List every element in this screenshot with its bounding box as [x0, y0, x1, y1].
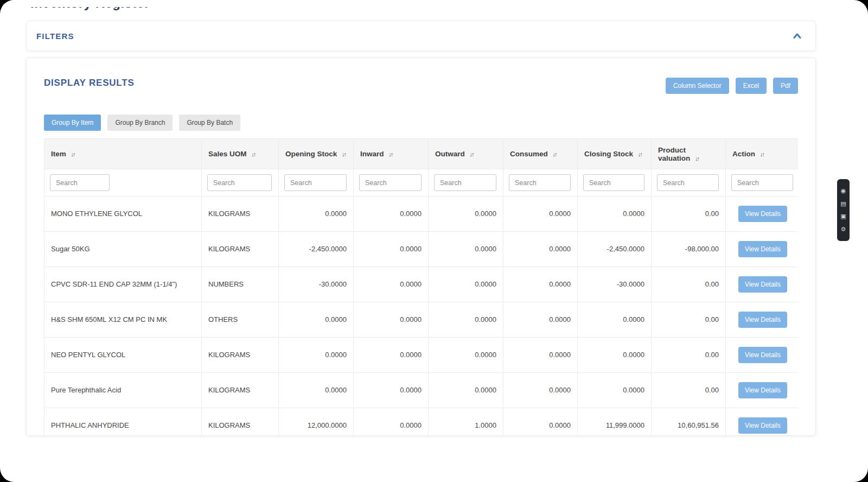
valuation-cell: 0.00	[652, 302, 726, 338]
app-window: Inventory Register FILTERS DISPLAY RESUL…	[0, 0, 868, 482]
outward-cell: 0.0000	[429, 338, 503, 373]
sort-icon[interactable]: ↓↑	[760, 151, 764, 157]
uom-cell: KILOGRAMS	[202, 338, 279, 373]
pdf-export-button[interactable]: Pdf	[773, 78, 798, 94]
column-label: Item	[51, 150, 66, 158]
table-header-row: Item ↓↑Sales UOM ↓↑Opening Stock ↓↑Inwar…	[44, 139, 799, 169]
opening-cell: 0.0000	[279, 196, 354, 232]
column-header-consumed[interactable]: Consumed ↓↑	[503, 139, 578, 169]
opening-cell: -30.0000	[279, 267, 354, 302]
opening-cell: -2,450.0000	[279, 232, 354, 267]
closing-cell: 0.0000	[578, 373, 652, 408]
sort-icon[interactable]: ↓↑	[71, 151, 75, 157]
inward-cell: 0.0000	[354, 302, 429, 338]
view-details-button[interactable]: View Details	[738, 382, 787, 398]
view-details-button[interactable]: View Details	[738, 312, 787, 328]
closing-cell: -30.0000	[578, 267, 652, 302]
column-header-sales-uom[interactable]: Sales UOM ↓↑	[202, 139, 279, 169]
sort-icon[interactable]: ↓↑	[342, 151, 346, 157]
search-cell-item	[44, 169, 202, 196]
search-input-item[interactable]	[50, 174, 110, 191]
column-header-closing-stock[interactable]: Closing Stock ↓↑	[578, 139, 652, 169]
column-label: Sales UOM	[208, 150, 247, 158]
view-details-button[interactable]: View Details	[738, 241, 787, 257]
gear-icon[interactable]: ⚙	[841, 226, 846, 232]
uom-cell: KILOGRAMS	[202, 232, 279, 267]
valuation-cell: 0.00	[652, 373, 726, 408]
view-details-button[interactable]: View Details	[738, 347, 787, 363]
sort-icon[interactable]: ↓↑	[470, 151, 474, 157]
action-cell: View Details	[726, 302, 799, 338]
search-input-sales-uom[interactable]	[207, 174, 272, 191]
column-header-item[interactable]: Item ↓↑	[44, 139, 202, 169]
column-label: Consumed	[510, 150, 548, 158]
uom-cell: KILOGRAMS	[202, 373, 279, 408]
view-details-button[interactable]: View Details	[738, 276, 787, 293]
floating-side-toolbar[interactable]: ◉▤▣⚙	[837, 179, 850, 241]
table-row: MONO ETHYLENE GLYCOLKILOGRAMS0.00000.000…	[44, 196, 799, 232]
sort-icon[interactable]: ↓↑	[251, 151, 255, 157]
inward-cell: 0.0000	[354, 196, 429, 232]
column-header-product-valuation[interactable]: Product valuation ↓↑	[652, 139, 726, 169]
inward-cell: 0.0000	[354, 267, 429, 302]
outward-cell: 0.0000	[429, 196, 503, 232]
keyboard-icon[interactable]: ▤	[840, 201, 846, 207]
search-input-consumed[interactable]	[509, 174, 571, 191]
table-row: Pure Terephthalic AcidKILOGRAMS0.00000.0…	[44, 373, 799, 408]
search-input-action[interactable]	[731, 174, 793, 191]
sort-icon[interactable]: ↓↑	[695, 155, 699, 162]
uom-cell: OTHERS	[202, 302, 279, 338]
valuation-cell: 0.00	[652, 338, 726, 373]
search-cell-outward	[429, 169, 503, 196]
column-header-action[interactable]: Action ↓↑	[726, 139, 799, 169]
closing-cell: 0.0000	[578, 196, 652, 232]
table-row: CPVC SDR-11 END CAP 32MM (1-1/4")NUMBERS…	[44, 267, 799, 302]
sort-icon[interactable]: ↓↑	[388, 151, 392, 157]
column-label: Closing Stock	[584, 150, 633, 158]
sort-icon[interactable]: ↓↑	[553, 151, 557, 157]
camera-icon[interactable]: ◉	[841, 188, 846, 194]
filters-collapse-button[interactable]	[793, 33, 801, 39]
tab-group-by-batch[interactable]: Group By Batch	[179, 115, 240, 131]
uom-cell: NUMBERS	[202, 267, 279, 302]
action-cell: View Details	[726, 267, 799, 302]
column-label: Inward	[360, 150, 384, 158]
opening-cell: 0.0000	[279, 373, 354, 408]
search-cell-product-valuation	[652, 169, 726, 196]
tab-group-by-item[interactable]: Group By Item	[44, 115, 101, 131]
column-label: Product valuation	[658, 146, 690, 162]
opening-cell: 0.0000	[279, 302, 354, 338]
results-table-container: Item ↓↑Sales UOM ↓↑Opening Stock ↓↑Inwar…	[44, 138, 798, 436]
image-icon[interactable]: ▣	[840, 213, 846, 219]
search-input-opening-stock[interactable]	[284, 174, 347, 191]
uom-cell: KILOGRAMS	[202, 196, 279, 232]
sort-icon[interactable]: ↓↑	[638, 151, 642, 157]
search-input-inward[interactable]	[359, 174, 422, 191]
column-header-opening-stock[interactable]: Opening Stock ↓↑	[279, 139, 354, 169]
action-cell: View Details	[726, 232, 799, 267]
view-details-button[interactable]: View Details	[738, 206, 787, 222]
consumed-cell: 0.0000	[503, 267, 578, 302]
closing-cell: 11,999.0000	[578, 408, 652, 436]
search-input-outward[interactable]	[434, 174, 496, 191]
action-cell: View Details	[726, 373, 799, 408]
filters-title: FILTERS	[36, 31, 74, 41]
column-label: Action	[732, 150, 755, 158]
closing-cell: 0.0000	[578, 302, 652, 338]
search-input-closing-stock[interactable]	[583, 174, 644, 191]
consumed-cell: 0.0000	[503, 196, 578, 232]
column-header-inward[interactable]: Inward ↓↑	[354, 139, 429, 169]
search-cell-inward	[354, 169, 429, 196]
excel-export-button[interactable]: Excel	[736, 78, 767, 94]
column-selector-button[interactable]: Column Selector	[666, 78, 729, 94]
column-header-outward[interactable]: Outward ↓↑	[429, 139, 503, 169]
action-cell: View Details	[726, 408, 799, 436]
item-cell: MONO ETHYLENE GLYCOL	[44, 196, 202, 232]
search-input-product-valuation[interactable]	[657, 174, 719, 191]
view-details-button[interactable]: View Details	[738, 417, 787, 434]
item-cell: CPVC SDR-11 END CAP 32MM (1-1/4")	[44, 267, 202, 302]
table-row: NEO PENTYL GLYCOLKILOGRAMS0.00000.00000.…	[44, 338, 799, 373]
tab-group-by-branch[interactable]: Group By Branch	[107, 115, 173, 131]
search-cell-opening-stock	[279, 169, 354, 196]
inward-cell: 0.0000	[354, 232, 429, 267]
